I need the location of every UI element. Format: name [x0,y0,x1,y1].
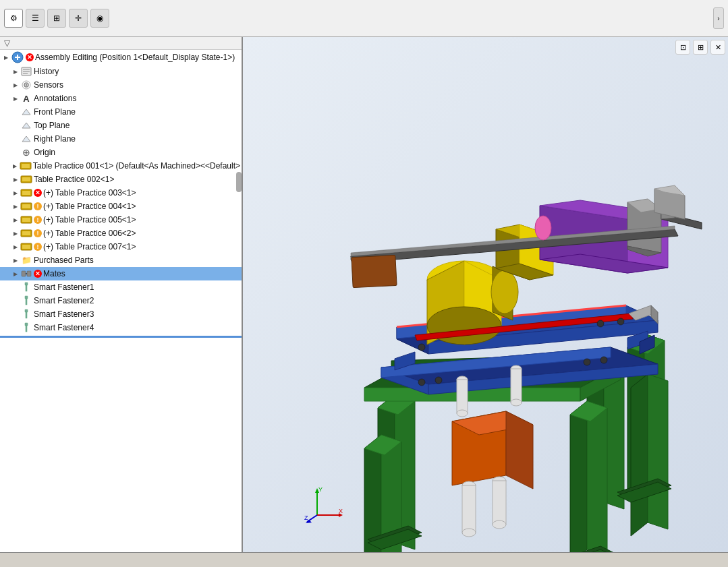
view-icon-1[interactable]: ⊡ [675,40,690,55]
svg-point-92 [535,216,551,240]
tree-item-origin[interactable]: ⊕ Origin [0,146,242,159]
table007-warning-badge: ! [34,243,42,251]
svg-point-76 [491,270,518,314]
svg-rect-15 [22,204,30,208]
smartfastener4-icon [20,322,32,334]
svg-rect-9 [22,164,30,168]
tree-item-purchased-parts[interactable]: ▶ 📁 Purchased Parts [0,253,242,267]
svg-rect-13 [22,191,30,195]
front-plane-label: Front Plane [34,107,76,117]
mates-arrow[interactable]: ▶ [11,269,20,278]
table005-warning-badge: ! [34,216,42,224]
origin-icon: ⊕ [20,146,32,158]
tree-item-table005[interactable]: ▶ ! (+) Table Practice 005<1> [0,213,242,227]
table006-arrow[interactable]: ▶ [11,229,20,238]
table005-arrow[interactable]: ▶ [11,215,20,225]
purchased-parts-arrow[interactable]: ▶ [11,256,20,265]
tree-item-table006[interactable]: ▶ ! (+) Table Practice 006<2> [0,227,242,240]
tree-item-table007[interactable]: ▶ ! (+) Table Practice 007<1> [0,240,242,253]
sensors-label: Sensors [34,80,63,90]
right-plane-icon [20,133,32,145]
tree-item-table003[interactable]: ▶ ✕ (+) Table Practice 003<1> [0,186,242,200]
top-right-toolbar: ⊡ ⊞ ✕ [675,40,725,55]
tree-item-top-plane[interactable]: Top Plane [0,119,242,132]
svg-marker-48 [631,374,648,536]
svg-point-109 [418,379,425,386]
annotations-arrow[interactable]: ▶ [11,94,20,103]
table005-icon [20,214,32,226]
tree-item-table001[interactable]: ▶ Table Practice 001<1> (Default<As Mach… [0,159,242,173]
tree-item-right-plane[interactable]: Right Plane [0,132,242,146]
table003-label: (+) Table Practice 003<1> [43,188,136,198]
history-arrow[interactable]: ▶ [11,67,20,76]
table001-label: Table Practice 001<1> (Default<As Machin… [33,161,240,171]
svg-point-74 [427,307,501,345]
tree-item-smartfastener4[interactable]: Smart Fastener4 [0,321,242,334]
tree-root-item[interactable]: ▶ ✕ Assembly Editing (Position 1<Default… [0,50,242,65]
view-icon-2[interactable]: ⊞ [693,40,708,55]
annotations-label: Annotations [34,94,76,103]
toolbar: ⚙ ☰ ⊞ ✛ ◉ › [0,0,728,37]
sensors-arrow[interactable]: ▶ [11,80,20,90]
svg-rect-27 [25,296,28,299]
tree-item-smartfastener3[interactable]: Smart Fastener3 [0,307,242,321]
root-arrow[interactable]: ▶ [1,53,11,62]
root-error-badge: ✕ [26,53,34,61]
right-plane-label: Right Plane [34,134,76,144]
table002-arrow[interactable]: ▶ [11,175,20,184]
tab-features[interactable]: ⚙ [4,9,23,28]
svg-marker-102 [506,411,533,489]
table001-arrow[interactable]: ▶ [10,161,20,171]
table006-icon [20,227,32,239]
table004-arrow[interactable]: ▶ [11,202,20,211]
origin-label: Origin [34,148,55,157]
3d-machine-render: .frame-dark { fill: #1a5c1a; stroke: #0d… [297,57,715,543]
feature-tree[interactable]: ▶ ✕ Assembly Editing (Position 1<Default… [0,50,242,552]
svg-point-105 [462,529,476,537]
table003-arrow[interactable]: ▶ [11,188,20,198]
tree-item-table004[interactable]: ▶ ! (+) Table Practice 004<1> [0,200,242,213]
table002-icon [20,173,32,185]
view-icon-3[interactable]: ✕ [710,40,725,55]
tab-config[interactable]: ⊞ [47,9,66,28]
svg-point-115 [617,318,624,325]
table007-arrow[interactable]: ▶ [11,242,20,251]
svg-text:Z: Z [304,514,308,521]
svg-rect-30 [26,312,27,318]
scroll-handle[interactable] [236,172,242,192]
svg-rect-22 [22,271,26,276]
svg-rect-23 [27,271,31,276]
tree-item-history[interactable]: ▶ History [0,65,242,78]
top-plane-icon [20,119,32,131]
svg-rect-91 [352,255,397,287]
svg-point-96 [457,410,468,417]
tree-item-smartfastener2[interactable]: Smart Fastener2 [0,294,242,307]
svg-point-108 [493,520,506,529]
purchased-parts-label: Purchased Parts [34,256,94,265]
tab-display[interactable]: ◉ [90,9,109,28]
purchased-parts-icon: 📁 [20,254,32,266]
tree-item-mates[interactable]: ▶ ✕ Mates [0,267,242,280]
tree-item-table002[interactable]: ▶ Table Practice 002<1> [0,173,242,186]
smartfastener3-icon [20,308,32,320]
3d-view-area[interactable]: ⊡ ⊞ ✕ .frame-dark { fill: #1a5c1a; strok… [243,37,728,552]
tree-item-sensors[interactable]: ▶ Sensors [0,78,242,92]
status-bar [0,552,728,567]
tree-item-smartfastener1[interactable]: Smart Fastener1 [0,280,242,294]
smartfastener1-label: Smart Fastener1 [34,282,94,292]
root-label: Assembly Editing (Position 1<Default_Dis… [35,53,235,62]
svg-text:Y: Y [318,486,323,493]
table003-error-badge: ✕ [34,189,42,197]
table001-icon [20,160,32,172]
table007-label: (+) Table Practice 007<1> [43,242,136,251]
tree-item-front-plane[interactable]: Front Plane [0,105,242,119]
tree-item-annotations[interactable]: ▶ A Annotations [0,92,242,105]
svg-rect-29 [25,309,28,312]
svg-rect-17 [22,218,30,222]
tab-property[interactable]: ☰ [26,9,45,28]
front-plane-icon [20,106,32,118]
sensors-icon [20,79,32,91]
expand-button[interactable]: › [713,7,724,29]
svg-point-112 [600,357,607,363]
tab-markup[interactable]: ✛ [69,9,88,28]
